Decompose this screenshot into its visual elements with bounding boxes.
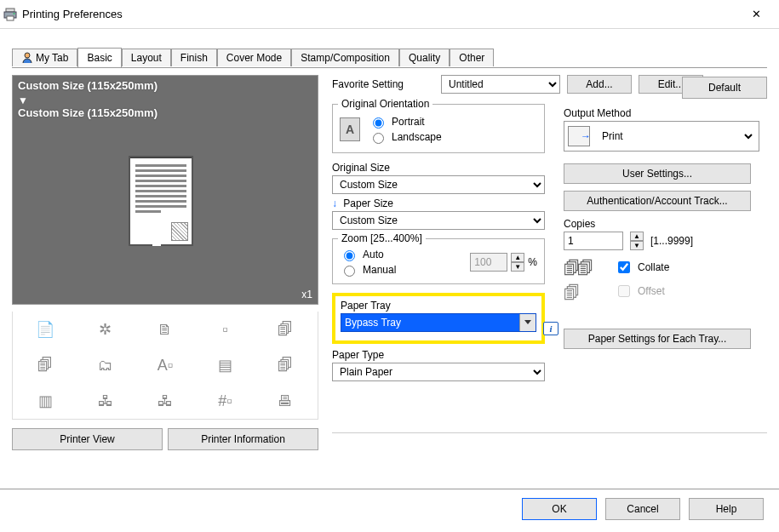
zoom-auto-label: Auto — [363, 249, 384, 260]
paper-tray-select[interactable]: Bypass Tray — [341, 313, 536, 332]
tool-row-2: 🗐 🗂 A▫ ▤ 🗐 — [12, 347, 318, 383]
tool-list-icon[interactable]: ▥ — [31, 388, 60, 414]
window-title: Printing Preferences — [22, 8, 123, 20]
info-icon[interactable]: i — [543, 322, 558, 335]
copies-indicator: x1 — [301, 289, 312, 300]
zoom-group: Zoom [25...400%] Auto Manual — [332, 238, 545, 284]
tab-cover-mode[interactable]: Cover Mode — [217, 49, 291, 66]
tab-stamp-composition[interactable]: Stamp/Composition — [291, 49, 399, 66]
tool-pair-icon[interactable]: 🖧 — [151, 388, 180, 414]
tool-device-icon[interactable]: 🖧 — [91, 388, 120, 414]
add-button[interactable]: Add... — [567, 75, 632, 94]
paper-tray-highlight: Paper Tray Bypass Tray — [332, 293, 545, 344]
arrow-down-icon: ↓ — [332, 197, 337, 209]
copies-down[interactable]: ▼ — [630, 241, 644, 250]
offset-checkbox — [618, 285, 630, 297]
tool-blank-icon[interactable]: ▫ — [210, 317, 239, 342]
tab-my-tab[interactable]: My Tab — [12, 49, 77, 66]
collate-icon: 🗐🗐 — [564, 259, 591, 278]
settings-column: Favorite Setting Untitled Add... Edit...… — [332, 75, 767, 106]
ok-button[interactable]: OK — [522, 498, 597, 520]
paper-type-label: Paper Type — [332, 349, 545, 361]
collate-checkbox-row[interactable]: Collate — [615, 259, 669, 276]
tool-stamp-icon[interactable]: ✲ — [91, 317, 120, 342]
portrait-icon: A — [340, 117, 360, 141]
tool-lines-icon[interactable]: ▤ — [210, 352, 239, 378]
svg-rect-2 — [7, 16, 14, 20]
tab-strip: My Tab Basic Layout Finish Cover Mode St… — [12, 46, 779, 66]
default-button[interactable]: Default — [682, 77, 767, 99]
tool-flow-icon[interactable]: 🗐 — [271, 317, 300, 342]
output-method-wrap: Print — [564, 121, 759, 152]
tab-other[interactable]: Other — [450, 49, 494, 66]
tab-finish[interactable]: Finish — [171, 49, 217, 66]
cancel-button[interactable]: Cancel — [605, 498, 680, 520]
tool-row-3: ▥ 🖧 🖧 #▫ 🖶 — [12, 383, 318, 420]
landscape-radio[interactable] — [373, 133, 384, 144]
tool-copy-icon[interactable]: 🗐 — [31, 352, 60, 378]
page-corner-icon — [171, 222, 188, 241]
separator — [332, 432, 767, 433]
bottom-separator — [0, 489, 779, 489]
tab-quality[interactable]: Quality — [399, 49, 450, 66]
zoom-auto-radio[interactable] — [344, 250, 355, 261]
auth-track-button[interactable]: Authentication/Account Track... — [564, 191, 751, 211]
orientation-group: Original Orientation A Portrait Landscap… — [332, 104, 545, 153]
preview-buttons: Printer View Printer Information — [12, 428, 318, 450]
printer-output-icon — [568, 126, 590, 146]
tool-swap-icon[interactable]: 🗐 — [271, 352, 300, 378]
close-button[interactable]: ✕ — [736, 1, 776, 28]
copies-range: [1...9999] — [650, 235, 693, 247]
output-col: Output Method Print User Settings... Aut… — [564, 104, 759, 356]
tool-stack-icon[interactable]: 🗂 — [91, 352, 120, 378]
zoom-up[interactable]: ▲ — [511, 253, 524, 262]
zoom-down[interactable]: ▼ — [511, 262, 524, 272]
user-settings-button[interactable]: User Settings... — [564, 163, 751, 184]
favorite-label: Favorite Setting — [332, 78, 434, 90]
zoom-spin-buttons: ▲ ▼ — [511, 253, 524, 272]
printer-information-button[interactable]: Printer Information — [168, 428, 318, 450]
paper-settings-tray-button[interactable]: Paper Settings for Each Tray... — [564, 329, 751, 349]
collate-label: Collate — [638, 261, 669, 273]
output-method-select[interactable]: Print — [595, 123, 755, 149]
help-button[interactable]: Help — [689, 498, 764, 520]
tool-pages-icon[interactable]: 🗎 — [151, 317, 180, 342]
printer-icon — [3, 8, 17, 21]
preview-column: Custom Size (115x250mm) ▼ Custom Size (1… — [12, 75, 318, 450]
tab-layout[interactable]: Layout — [122, 49, 171, 66]
zoom-value — [470, 253, 507, 272]
copies-spin: ▲ ▼ — [630, 232, 644, 250]
portrait-label: Portrait — [392, 116, 425, 128]
printer-view-button[interactable]: Printer View — [12, 428, 163, 450]
tool-letter-icon[interactable]: A▫ — [151, 352, 180, 378]
zoom-legend: Zoom [25...400%] — [338, 232, 426, 244]
offset-checkbox-row: Offset — [615, 283, 669, 300]
zoom-manual-label: Manual — [363, 264, 396, 276]
copies-label: Copies — [564, 218, 759, 230]
bottom-bar: OK Cancel Help — [522, 498, 764, 520]
paper-type-select[interactable]: Plain Paper — [332, 363, 545, 381]
page-number: 1 — [152, 236, 161, 246]
triangle-down-icon: ▼ — [18, 94, 28, 106]
tool-print-icon[interactable]: 🖶 — [271, 388, 300, 414]
tab-basic[interactable]: Basic — [77, 48, 121, 67]
paper-size-select[interactable]: Custom Size — [332, 211, 545, 230]
copies-input[interactable] — [564, 232, 623, 250]
tool-row-1: 📄 ✲ 🗎 ▫ 🗐 — [12, 312, 318, 347]
collate-area: 🗐🗐 🗐 Collate Offset — [564, 259, 759, 303]
portrait-radio[interactable] — [373, 117, 384, 129]
collate-checkbox[interactable] — [618, 261, 630, 273]
copies-row: ▲ ▼ [1...9999] — [564, 232, 759, 250]
offset-label: Offset — [638, 285, 665, 297]
tool-mark-icon[interactable]: #▫ — [210, 388, 239, 414]
title-bar: Printing Preferences ✕ — [0, 0, 779, 29]
paper-size-label: ↓ Paper Size — [332, 197, 545, 209]
copies-up[interactable]: ▲ — [630, 232, 644, 241]
original-size-label: Original Size — [332, 162, 545, 174]
orientation-legend: Original Orientation — [338, 98, 432, 110]
tool-size-icon[interactable]: 📄 — [31, 317, 60, 342]
landscape-label: Landscape — [392, 131, 442, 143]
zoom-manual-radio[interactable] — [344, 266, 355, 277]
original-size-select[interactable]: Custom Size — [332, 175, 545, 194]
favorite-select[interactable]: Untitled — [441, 75, 560, 94]
